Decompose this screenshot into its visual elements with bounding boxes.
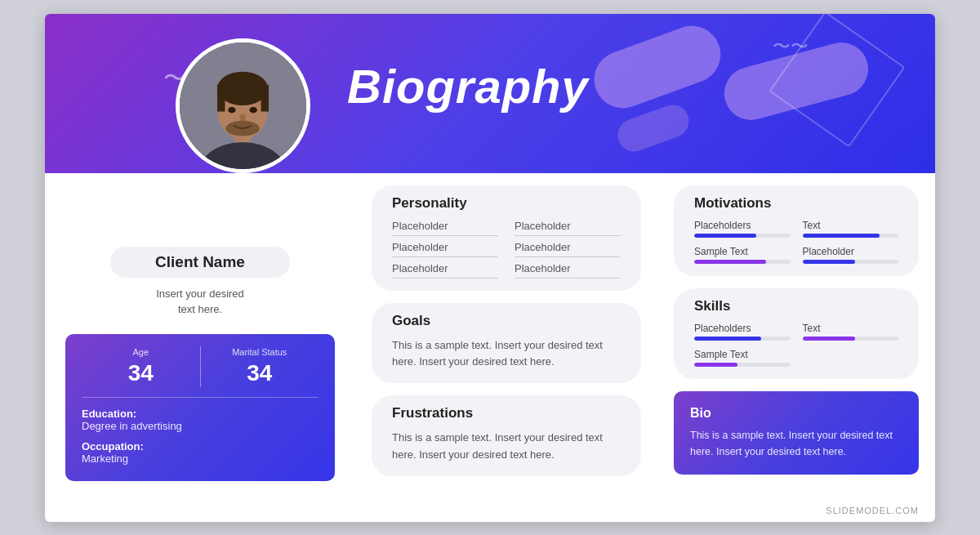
age-value: 34 xyxy=(82,360,200,386)
svg-point-7 xyxy=(228,106,235,113)
deco-blob-1 xyxy=(586,17,728,116)
right-panel: Motivations Placeholders Text xyxy=(657,173,935,502)
motivation-label-2: Text xyxy=(803,220,899,231)
goals-text: This is a sample text. Insert your desir… xyxy=(392,337,621,372)
motivations-grid: Placeholders Text Sample Text xyxy=(694,220,898,264)
skill-item-3: Sample Text xyxy=(694,349,791,367)
motivation-bar-4 xyxy=(803,260,899,264)
occupation-label: Occupation: xyxy=(82,440,318,453)
deco-zigzag-right: 〜〜 xyxy=(773,34,808,59)
skill-bar-fill-1 xyxy=(694,337,761,341)
motivation-label-1: Placeholders xyxy=(694,220,791,231)
deco-blob-3 xyxy=(613,100,693,155)
personality-title: Personality xyxy=(392,195,621,212)
skills-card: Skills Placeholders Text xyxy=(674,288,919,379)
frustrations-title: Frustrations xyxy=(392,405,621,421)
personality-grid: Placeholder Placeholder Placeholder Plac… xyxy=(392,220,621,279)
frustrations-card: Frustrations This is a sample text. Inse… xyxy=(372,395,641,476)
age-stat: Age 34 xyxy=(82,347,200,386)
personality-item-6: Placeholder xyxy=(514,262,621,279)
page-title: Biography xyxy=(347,59,589,114)
skill-label-1: Placeholders xyxy=(694,323,791,334)
personality-item-2: Placeholder xyxy=(514,220,621,236)
avatar xyxy=(176,38,310,173)
skill-label-3: Sample Text xyxy=(694,349,791,360)
goals-title: Goals xyxy=(392,313,621,329)
motivation-label-3: Sample Text xyxy=(694,246,791,257)
skill-item-4 xyxy=(803,349,899,367)
age-label: Age xyxy=(82,347,200,357)
svg-point-8 xyxy=(249,106,256,113)
skill-item-1: Placeholders xyxy=(694,323,791,341)
stats-box: Age 34 Marital Status 34 Education: Degr… xyxy=(65,334,335,481)
bio-text: This is a sample text. Insert your desir… xyxy=(690,427,902,460)
motivation-item-3: Sample Text xyxy=(694,246,791,264)
education-value: Degree in advertising xyxy=(82,420,318,432)
svg-rect-5 xyxy=(217,84,225,111)
motivations-title: Motivations xyxy=(694,195,898,212)
client-name-box: Client Name xyxy=(110,247,290,278)
personality-card: Personality Placeholder Placeholder Plac… xyxy=(372,185,641,291)
svg-rect-6 xyxy=(261,84,269,111)
skill-item-2: Text xyxy=(803,323,899,341)
motivation-bar-fill-3 xyxy=(694,260,766,264)
motivation-bar-fill-4 xyxy=(803,260,856,264)
avatar-image xyxy=(180,42,306,169)
body-section: Client Name Insert your desiredtext here… xyxy=(45,173,935,502)
motivation-label-4: Placeholder xyxy=(803,246,899,257)
motivation-bar-3 xyxy=(694,260,791,264)
slide: 〜〜 〜〜 Biography xyxy=(45,14,935,522)
personality-item-1: Placeholder xyxy=(392,220,498,236)
age-marital-row: Age 34 Marital Status 34 xyxy=(82,346,318,398)
motivation-bar-fill-2 xyxy=(803,234,880,238)
goals-card: Goals This is a sample text. Insert your… xyxy=(372,303,641,384)
left-panel: Client Name Insert your desiredtext here… xyxy=(45,173,355,502)
skill-bar-fill-3 xyxy=(694,363,737,367)
personality-item-3: Placeholder xyxy=(392,241,498,257)
occupation-item: Occupation: Marketing xyxy=(82,440,318,465)
education-item: Education: Degree in advertising xyxy=(82,408,318,432)
occupation-value: Marketing xyxy=(82,453,318,465)
marital-label: Marital Status xyxy=(201,347,319,357)
motivation-item-4: Placeholder xyxy=(803,246,899,264)
skills-title: Skills xyxy=(694,298,898,314)
svg-point-9 xyxy=(239,114,246,121)
bio-card: Bio This is a sample text. Insert your d… xyxy=(674,391,919,475)
education-label: Education: xyxy=(82,408,318,420)
skill-bar-fill-2 xyxy=(803,337,856,341)
personality-item-5: Placeholder xyxy=(392,262,498,279)
motivations-card: Motivations Placeholders Text xyxy=(674,185,919,276)
bio-title: Bio xyxy=(690,406,902,421)
skill-bar-2 xyxy=(803,337,899,341)
skill-label-2: Text xyxy=(803,323,899,334)
frustrations-text: This is a sample text. Insert your desir… xyxy=(392,430,621,464)
skill-bar-1 xyxy=(694,337,791,341)
header-section: 〜〜 〜〜 Biography xyxy=(45,14,935,173)
personality-item-4: Placeholder xyxy=(514,241,621,257)
footer: SLIDEMODEL.COM xyxy=(45,502,935,522)
motivation-item-2: Text xyxy=(803,220,899,238)
client-description: Insert your desiredtext here. xyxy=(156,286,244,318)
motivation-bar-1 xyxy=(694,234,791,238)
motivation-bar-2 xyxy=(803,234,899,238)
motivation-bar-fill-1 xyxy=(694,234,756,238)
motivation-item-1: Placeholders xyxy=(694,220,791,238)
brand-label: SLIDEMODEL.COM xyxy=(826,506,919,515)
client-name: Client Name xyxy=(155,253,245,270)
center-panel: Personality Placeholder Placeholder Plac… xyxy=(355,173,657,502)
skill-bar-3 xyxy=(694,363,791,367)
skills-grid: Placeholders Text Sample Text xyxy=(694,323,898,367)
marital-value: 34 xyxy=(201,360,319,386)
marital-stat: Marital Status 34 xyxy=(201,347,319,386)
